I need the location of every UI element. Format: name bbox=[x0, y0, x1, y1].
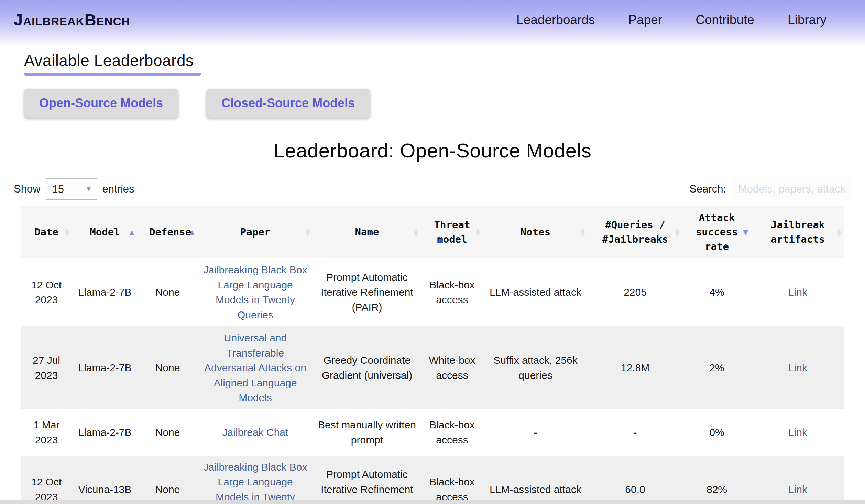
search-label: Search: bbox=[689, 183, 726, 195]
cell-queries: 12.8M bbox=[588, 326, 682, 409]
paper-link[interactable]: Jailbreaking Black Box Large Language Mo… bbox=[204, 264, 307, 320]
leaderboard-title: Leaderboard: Open-Source Models bbox=[14, 139, 851, 162]
cell-model: Llama-2-7B bbox=[72, 258, 138, 326]
cell-attack-success-rate: 82% bbox=[682, 456, 751, 504]
table-header: Date ▲▼ Model ▲ Defense ▲ Paper ▲▼ bbox=[21, 206, 844, 258]
artifact-link[interactable]: Link bbox=[788, 427, 807, 438]
cell-notes: Suffix attack, 256k queries bbox=[483, 326, 588, 409]
cell-attack-success-rate: 4% bbox=[682, 258, 751, 326]
cell-defense: None bbox=[138, 258, 198, 326]
search-control: Search: bbox=[689, 178, 851, 200]
table-controls: Show 15 ▼ entries Search: bbox=[14, 178, 851, 200]
cell-notes: LLM-assisted attack bbox=[483, 258, 588, 326]
search-input[interactable] bbox=[732, 178, 851, 200]
closed-source-models-button[interactable]: Closed-Source Models bbox=[206, 89, 370, 118]
sort-both-icon: ▲▼ bbox=[65, 228, 69, 236]
cell-threat-model: Black-box access bbox=[421, 456, 483, 504]
nav-link-library[interactable]: Library bbox=[788, 13, 826, 27]
column-header-name[interactable]: Name ▲▼ bbox=[313, 206, 421, 258]
cell-queries: 2205 bbox=[588, 258, 682, 326]
table-body: 12 Oct 2023 Llama-2-7B None Jailbreaking… bbox=[21, 258, 844, 504]
cell-paper: Jailbreaking Black Box Large Language Mo… bbox=[198, 258, 313, 326]
header-gradient: JailbreakBench Leaderboards Paper Contri… bbox=[0, 0, 865, 46]
cell-defense: None bbox=[138, 456, 198, 504]
column-header-model[interactable]: Model ▲ bbox=[72, 206, 138, 258]
cell-threat-model: Black-box access bbox=[421, 258, 483, 326]
sort-both-icon: ▲▼ bbox=[837, 228, 841, 236]
cell-paper: Jailbreaking Black Box Large Language Mo… bbox=[198, 456, 313, 504]
table-row: 27 Jul 2023 Llama-2-7B None Universal an… bbox=[21, 326, 844, 409]
paper-link[interactable]: Jailbreaking Black Box Large Language Mo… bbox=[204, 461, 307, 504]
page-title: Available Leaderboards bbox=[24, 51, 851, 70]
cell-date: 12 Oct 2023 bbox=[21, 456, 72, 504]
cell-queries: - bbox=[588, 409, 682, 456]
cell-defense: None bbox=[138, 326, 198, 409]
sort-ascending-icon: ▲ bbox=[129, 230, 134, 235]
nav-link-paper[interactable]: Paper bbox=[628, 13, 662, 27]
nav-links: Leaderboards Paper Contribute Library bbox=[516, 13, 826, 27]
cell-model: Vicuna-13B bbox=[72, 456, 138, 504]
nav-link-leaderboards[interactable]: Leaderboards bbox=[516, 13, 595, 27]
cell-notes: - bbox=[483, 409, 588, 456]
cell-date: 12 Oct 2023 bbox=[21, 258, 72, 326]
table-row: 12 Oct 2023 Vicuna-13B None Jailbreaking… bbox=[21, 456, 844, 504]
leaderboard-tabs: Open-Source Models Closed-Source Models bbox=[24, 89, 851, 118]
column-header-notes[interactable]: Notes ▲▼ bbox=[483, 206, 588, 258]
cell-threat-model: White-box access bbox=[421, 326, 483, 409]
cell-model: Llama-2-7B bbox=[72, 409, 138, 456]
cell-artifacts: Link bbox=[751, 409, 844, 456]
cell-name: Greedy Coordinate Gradient (universal) bbox=[313, 326, 421, 409]
artifact-link[interactable]: Link bbox=[788, 286, 807, 298]
cell-paper: Universal and Transferable Adversarial A… bbox=[198, 326, 313, 409]
artifact-link[interactable]: Link bbox=[788, 484, 807, 495]
cell-artifacts: Link bbox=[751, 258, 844, 326]
paper-link[interactable]: Jailbreak Chat bbox=[222, 427, 288, 438]
sort-both-icon: ▲▼ bbox=[414, 228, 418, 236]
cell-date: 1 Mar 2023 bbox=[21, 409, 72, 456]
cell-name: Prompt Automatic Iterative Refinement (P… bbox=[313, 258, 421, 326]
entries-select-wrap: 15 ▼ bbox=[46, 178, 97, 200]
column-header-jailbreak-artifacts[interactable]: Jailbreak artifacts ▲▼ bbox=[751, 206, 844, 258]
horizontal-scrollbar[interactable] bbox=[0, 500, 865, 504]
column-header-paper[interactable]: Paper ▲▼ bbox=[198, 206, 313, 258]
cell-date: 27 Jul 2023 bbox=[21, 326, 72, 409]
column-header-defense[interactable]: Defense ▲ bbox=[138, 206, 198, 258]
show-label: Show bbox=[14, 183, 41, 195]
table-row: 1 Mar 2023 Llama-2-7B None Jailbreak Cha… bbox=[21, 409, 844, 456]
cell-artifacts: Link bbox=[751, 326, 844, 409]
paper-link[interactable]: Universal and Transferable Adversarial A… bbox=[204, 332, 306, 403]
column-header-threat-model[interactable]: Threat model ▲▼ bbox=[421, 206, 483, 258]
cell-attack-success-rate: 0% bbox=[682, 409, 751, 456]
heading-underline bbox=[24, 73, 201, 76]
table-row: 12 Oct 2023 Llama-2-7B None Jailbreaking… bbox=[21, 258, 844, 326]
column-header-queries-jailbreaks[interactable]: #Queries / #Jailbreaks ▲▼ bbox=[588, 206, 682, 258]
cell-paper: Jailbreak Chat bbox=[198, 409, 313, 456]
cell-name: Prompt Automatic Iterative Refinement (P… bbox=[313, 456, 421, 504]
column-header-date[interactable]: Date ▲▼ bbox=[21, 206, 72, 258]
cell-threat-model: Black-box access bbox=[421, 409, 483, 456]
cell-attack-success-rate: 2% bbox=[682, 326, 751, 409]
entries-suffix-label: entries bbox=[102, 183, 134, 195]
sort-ascending-icon: ▲ bbox=[189, 230, 195, 235]
sort-both-icon: ▲▼ bbox=[306, 228, 310, 236]
sort-both-icon: ▲▼ bbox=[476, 228, 480, 236]
sort-descending-icon: ▼ bbox=[743, 230, 748, 235]
cell-name: Best manually written prompt bbox=[313, 409, 421, 456]
column-header-attack-success-rate[interactable]: Attack success rate ▼ bbox=[682, 206, 751, 258]
entries-select[interactable]: 15 bbox=[46, 178, 97, 200]
cell-artifacts: Link bbox=[751, 456, 844, 504]
sort-both-icon: ▲▼ bbox=[675, 228, 679, 236]
nav-link-contribute[interactable]: Contribute bbox=[696, 13, 754, 27]
open-source-models-button[interactable]: Open-Source Models bbox=[24, 89, 178, 118]
cell-notes: LLM-assisted attack bbox=[483, 456, 588, 504]
leaderboard-table: Date ▲▼ Model ▲ Defense ▲ Paper ▲▼ bbox=[21, 206, 844, 504]
sort-both-icon: ▲▼ bbox=[581, 228, 585, 236]
cell-defense: None bbox=[138, 409, 198, 456]
page-content: Available Leaderboards Open-Source Model… bbox=[0, 51, 865, 504]
top-navigation: JailbreakBench Leaderboards Paper Contri… bbox=[0, 0, 865, 29]
artifact-link[interactable]: Link bbox=[788, 362, 807, 373]
show-entries-control: Show 15 ▼ entries bbox=[14, 178, 134, 200]
cell-queries: 60.0 bbox=[588, 456, 682, 504]
cell-model: Llama-2-7B bbox=[72, 326, 138, 409]
site-logo[interactable]: JailbreakBench bbox=[14, 10, 130, 29]
